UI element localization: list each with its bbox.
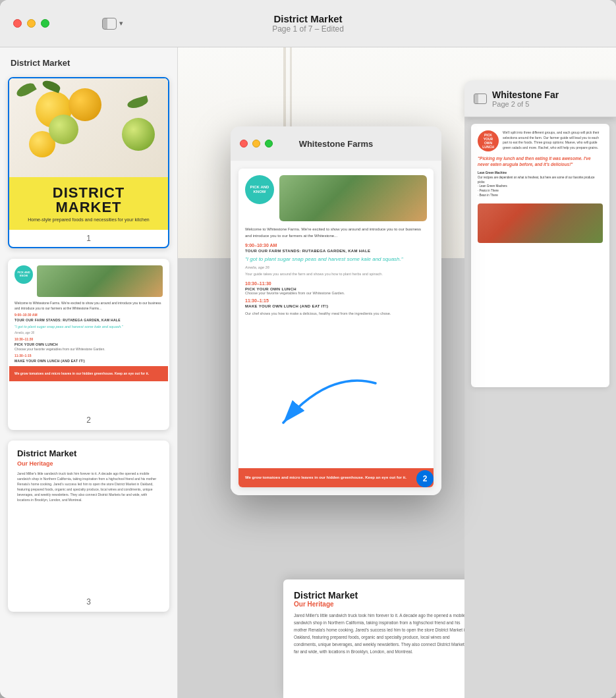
p2-label1: TOUR OUR FARM STANDS: RUTABEGA GARDEN, K…	[14, 318, 163, 323]
sidebar-toggle[interactable]: ▾	[102, 18, 123, 30]
p2-content: Welcome to Whitestone Farms. We're excit…	[14, 301, 163, 363]
ws-footer: We grow tomatoes and micro leaves in our…	[238, 468, 434, 487]
p2-label2-body: Choose your favorite vegetables from our…	[14, 347, 163, 352]
ws-circle: PICK ANDKNOW	[245, 175, 274, 204]
second-window-title-block: Whitestone Far Page 2 of 5	[492, 90, 559, 108]
main-window: ▾ District Market Page 1 of 7 – Edited D…	[0, 0, 616, 698]
bp-body: Jared Miller's little sandwich truck too…	[294, 612, 470, 655]
sidebar: District Market	[0, 47, 178, 698]
cover-photo	[9, 78, 168, 177]
bp-title: District Market	[294, 590, 470, 601]
page-thumb-2-content: PICK ANDKNOW Welcome to Whitestone Farms…	[9, 260, 168, 412]
ws-p2-header: PICK ANDKNOW	[245, 175, 427, 221]
ws-close-button[interactable]	[240, 140, 248, 148]
second-window-title: Whitestone Far	[492, 90, 559, 100]
main-content: Whitestone Far Page 2 of 5 PICKYOUROWNLU…	[178, 47, 616, 698]
sp-small-text: Lean Green Machine Our recipes are depen…	[478, 171, 603, 198]
ws-quote: "I got to plant sugar snap peas and harv…	[245, 255, 427, 263]
bp-subtitle: Our Heritage	[294, 601, 470, 608]
page-thumb-1[interactable]: DISTRICT MARKET Home-style prepared food…	[8, 77, 169, 248]
fruit-lime	[49, 115, 78, 144]
sp-quote: "Picking my lunch and then eating it was…	[478, 155, 603, 167]
ws-quote-attr: Amelia, age 36	[245, 265, 427, 269]
p2-quote: "I got to plant sugar snap peas and harv…	[14, 325, 163, 329]
cover-text-area: DISTRICT MARKET Home-style prepared food…	[9, 177, 168, 230]
sp-header: PICKYOUROWNLUNCH We'll split into three …	[478, 130, 603, 151]
ws-welcome: Welcome to Whitestone Farms. We're excit…	[245, 227, 427, 239]
ws-minimize-button[interactable]	[252, 140, 260, 148]
title-bar: ▾ District Market Page 1 of 7 – Edited	[0, 0, 616, 47]
leaf-1	[14, 81, 36, 99]
p2-time2: 10:30–11:30	[14, 337, 163, 342]
ws-time3: 11:30–1:15	[245, 298, 427, 303]
ws-guide-text: Your guide takes you around the farm and…	[245, 272, 427, 276]
p2-welcome: Welcome to Whitestone Farms. We're excit…	[14, 301, 163, 311]
sp-food-image	[478, 203, 603, 243]
p2-label2: PICK YOUR OWN LUNCH	[14, 342, 163, 347]
chevron-down-icon: ▾	[119, 19, 123, 28]
whitestone-window: Whitestone Farms PICK ANDKNOW Welcome to…	[231, 126, 441, 495]
p2-footer: We grow tomatoes and micro leaves in our…	[9, 366, 168, 381]
second-window-sub: Page 2 of 5	[492, 100, 559, 108]
ws-label1: TOUR OUR FARM STANDS: RUTABEGA GARDEN, K…	[245, 249, 427, 253]
ws-page: PICK ANDKNOW Welcome to Whitestone Farms…	[238, 169, 434, 487]
p2-label3: MAKE YOUR OWN LUNCH (AND EAT IT!)	[14, 359, 163, 363]
p2-footer-text: We grow tomatoes and micro leaves in our…	[14, 371, 163, 376]
page-thumb-3-label: 3	[9, 593, 168, 610]
second-sidebar-bar	[474, 94, 478, 103]
ws-controls	[240, 140, 273, 148]
p2-header: PICK ANDKNOW	[14, 265, 163, 297]
cover-title-line1: DISTRICT	[53, 186, 125, 200]
p3-body: Jared Miller's little sandwich truck too…	[17, 471, 160, 502]
ws-body: PICK ANDKNOW Welcome to Whitestone Farms…	[231, 161, 441, 495]
second-window-header: Whitestone Far Page 2 of 5	[464, 80, 616, 117]
cover-title-line2: MARKET	[53, 200, 125, 215]
page3-preview: District Market Our Heritage Jared Mille…	[9, 442, 168, 593]
leaf-3	[126, 95, 150, 110]
ws-title-bar: Whitestone Farms	[231, 126, 441, 161]
sidebar-title: District Market	[8, 58, 169, 68]
p2-photo	[37, 265, 163, 297]
second-sidebar-icon	[474, 94, 487, 104]
title-center: District Market Page 1 of 7 – Edited	[272, 13, 344, 34]
ws-footer-text: We grow tomatoes and micro leaves in our…	[245, 475, 427, 481]
p2-circle: PICK ANDKNOW	[14, 265, 33, 284]
page-thumb-3-content: District Market Our Heritage Jared Mille…	[9, 442, 168, 593]
fruit-lime-2	[122, 118, 155, 151]
ws-label2-body: Choose your favorite vegetables from our…	[245, 291, 427, 295]
page2-preview: PICK ANDKNOW Welcome to Whitestone Farms…	[9, 260, 168, 412]
p2-quote-attr: Amelia, age 36	[14, 331, 163, 335]
cover-tagline: Home-style prepared foods and necessitie…	[28, 217, 149, 222]
lean-green-title: Lean Green Machine	[478, 171, 507, 174]
sp-text: We'll split into three different groups,…	[503, 130, 603, 151]
page-thumb-3[interactable]: District Market Our Heritage Jared Mille…	[8, 441, 169, 612]
page-badge: 2	[416, 470, 434, 487]
bottom-page: District Market Our Heritage Jared Mille…	[283, 579, 481, 698]
ws-photo	[279, 175, 427, 221]
page-thumb-2-label: 2	[9, 412, 168, 429]
p3-subtitle: Our Heritage	[17, 460, 160, 467]
second-page-preview: PICKYOUROWNLUNCH We'll split into three …	[471, 124, 609, 387]
sp-circle: PICKYOUROWNLUNCH	[478, 130, 499, 151]
minimize-button[interactable]	[27, 19, 36, 28]
page-thumb-1-label: 1	[9, 230, 168, 247]
window-title: District Market	[272, 13, 344, 24]
ws-time1: 9:00–10:30 AM	[245, 243, 427, 248]
ws-time2: 10:30–11:30	[245, 281, 427, 286]
page-thumb-2[interactable]: PICK ANDKNOW Welcome to Whitestone Farms…	[8, 259, 169, 430]
maximize-button[interactable]	[41, 19, 49, 28]
p2-time3: 11:30–1:15	[14, 354, 163, 358]
window-body: District Market	[0, 47, 616, 698]
second-window-sidebar-icon	[474, 94, 487, 104]
second-window-body: PICKYOUROWNLUNCH We'll split into three …	[464, 117, 616, 698]
cover-title: DISTRICT MARKET	[53, 186, 125, 215]
p3-title: District Market	[17, 448, 160, 458]
ws-label3: MAKE YOUR OWN LUNCH (AND EAT IT!)	[245, 304, 427, 308]
ws-maximize-button[interactable]	[265, 140, 273, 148]
close-button[interactable]	[13, 19, 22, 28]
sidebar-toggle-icon	[102, 18, 117, 30]
p2-time1: 9:00–10:30 AM	[14, 313, 163, 317]
window-controls	[13, 19, 49, 28]
fruit-lemon-2	[69, 88, 101, 121]
page-thumb-1-content: DISTRICT MARKET Home-style prepared food…	[9, 78, 168, 230]
